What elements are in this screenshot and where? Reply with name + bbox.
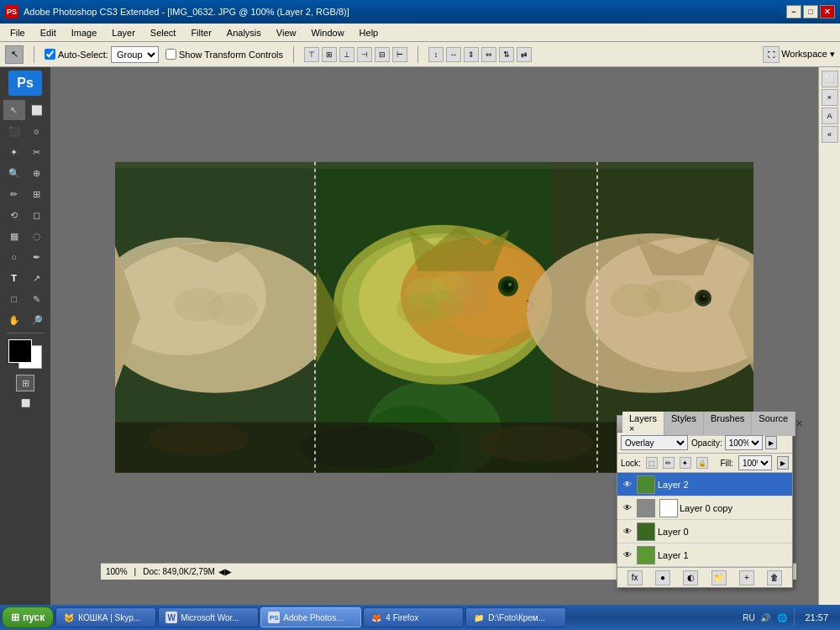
- close-button[interactable]: ✕: [820, 5, 835, 18]
- layer-new-button[interactable]: +: [739, 570, 754, 585]
- align-top-icon[interactable]: ⊤: [304, 47, 319, 62]
- minimize-button[interactable]: −: [786, 5, 801, 18]
- right-tool-1[interactable]: ⬜: [822, 71, 838, 87]
- dist-top-icon[interactable]: ↕: [428, 47, 444, 62]
- layer-0-visibility-icon[interactable]: 👁: [621, 525, 634, 538]
- brush-tool-button[interactable]: ✏: [3, 184, 25, 204]
- move-tool-button[interactable]: ↖: [3, 100, 25, 120]
- layer-row-0[interactable]: 👁 Layer 0: [617, 520, 792, 543]
- maximize-button[interactable]: □: [803, 5, 818, 18]
- blend-mode-select[interactable]: Overlay Normal Multiply Screen: [621, 435, 688, 450]
- blur-tool-button[interactable]: ◌: [26, 226, 48, 246]
- right-tool-2[interactable]: ×: [822, 89, 838, 106]
- color-swatches[interactable]: [8, 339, 42, 369]
- lasso-tool-button[interactable]: ⌾: [26, 121, 48, 141]
- quick-mask-button[interactable]: ⊞: [16, 375, 34, 391]
- screen-mode-button[interactable]: ⬜: [7, 396, 44, 411]
- shape-tool-button[interactable]: □: [3, 289, 25, 309]
- menu-item-file[interactable]: File: [3, 26, 32, 39]
- taskbar-item-word[interactable]: W Microsoft Wor...: [158, 607, 259, 627]
- dist-right-icon[interactable]: ⇄: [517, 47, 532, 62]
- layer-adjustment-button[interactable]: ◐: [683, 570, 698, 585]
- layer-row-0copy[interactable]: 👁 Layer 0 copy: [617, 496, 792, 520]
- notes-tool-button[interactable]: ✎: [26, 289, 48, 309]
- canvas-area[interactable]: 100% | Doc: 849,0K/2,79M ◀▶ Layers × Sty…: [50, 67, 818, 605]
- foreground-color-swatch[interactable]: [8, 339, 32, 363]
- layer-row-2[interactable]: 👁 Layer 2: [617, 473, 792, 496]
- dist-left-icon[interactable]: ⇔: [481, 47, 496, 62]
- layer-row-1[interactable]: 👁 Layer 1: [617, 543, 792, 567]
- layer-1-visibility-icon[interactable]: 👁: [621, 549, 634, 562]
- gradient-tool-button[interactable]: ▦: [3, 226, 25, 246]
- menu-item-help[interactable]: Help: [353, 26, 386, 39]
- styles-tab[interactable]: Styles: [664, 412, 704, 436]
- menu-item-view[interactable]: View: [270, 26, 303, 39]
- zoom-tool-button[interactable]: 🔎: [26, 310, 48, 330]
- history-tool-button[interactable]: ⟲: [3, 205, 25, 225]
- text-tool-button[interactable]: T: [3, 268, 25, 288]
- opacity-arrow[interactable]: ▶: [765, 436, 777, 449]
- heal-tool-button[interactable]: ⊕: [26, 163, 48, 183]
- lock-all-icon[interactable]: 🔒: [696, 457, 708, 469]
- menu-item-select[interactable]: Select: [144, 26, 183, 39]
- dist-vcenter-icon[interactable]: ↔: [446, 47, 461, 62]
- menu-item-analysis[interactable]: Analysis: [220, 26, 268, 39]
- layer-2-visibility-icon[interactable]: 👁: [621, 478, 634, 491]
- pen-tool-button[interactable]: ✒: [26, 247, 48, 267]
- menu-item-filter[interactable]: Filter: [184, 26, 218, 39]
- fill-select[interactable]: 100%: [738, 455, 772, 470]
- lock-transparent-icon[interactable]: ⬚: [646, 457, 658, 469]
- taskbar-item-skype[interactable]: 🐱 КОШКА | Skyp...: [55, 607, 156, 627]
- dist-hcenter-icon[interactable]: ⇅: [499, 47, 514, 62]
- align-vcenter-icon[interactable]: ⊞: [322, 47, 337, 62]
- align-left-icon[interactable]: ⊣: [357, 47, 372, 62]
- network-tray-icon[interactable]: 🌐: [775, 611, 789, 624]
- panel-close-button[interactable]: ✕: [795, 418, 803, 429]
- tool-row-6: ⟲ ◻: [3, 205, 48, 225]
- align-right-icon[interactable]: ⊢: [392, 47, 407, 62]
- lock-image-icon[interactable]: ✏: [663, 457, 675, 469]
- status-arrow[interactable]: ◀▶: [218, 567, 232, 576]
- eraser-tool-button[interactable]: ◻: [26, 205, 48, 225]
- align-bottom-icon[interactable]: ⊥: [339, 47, 354, 62]
- opacity-select[interactable]: 100%: [725, 435, 763, 450]
- volume-tray-icon[interactable]: 🔊: [759, 611, 772, 624]
- taskbar-item-photoshop[interactable]: PS Adobe Photos...: [260, 607, 361, 627]
- artboard-tool-button[interactable]: ⬜: [26, 100, 48, 120]
- menu-item-edit[interactable]: Edit: [34, 26, 63, 39]
- path-select-button[interactable]: ↗: [26, 268, 48, 288]
- fill-arrow[interactable]: ▶: [777, 456, 789, 470]
- taskbar-item-folder[interactable]: 📁 D:\Foto\Крем...: [465, 607, 566, 627]
- wand-tool-button[interactable]: ✦: [3, 142, 25, 162]
- right-tool-3[interactable]: A: [822, 108, 838, 124]
- language-tray-icon[interactable]: RU: [742, 611, 755, 624]
- menu-item-window[interactable]: Window: [304, 26, 350, 39]
- layer-group-button[interactable]: 📁: [711, 570, 727, 585]
- menu-item-image[interactable]: Image: [65, 26, 104, 39]
- start-button[interactable]: ⊞ пуск: [2, 606, 54, 628]
- marquee-tool-button[interactable]: ⬛: [3, 121, 25, 141]
- crop-tool-button[interactable]: ✂: [26, 142, 48, 162]
- auto-select-checkbox[interactable]: [45, 49, 55, 60]
- layer-mask-button[interactable]: ●: [655, 570, 670, 585]
- layer-fx-button[interactable]: fx: [627, 570, 643, 585]
- taskbar-item-firefox[interactable]: 🦊 4 Firefox: [363, 607, 464, 627]
- show-transform-checkbox[interactable]: [165, 49, 176, 60]
- eyedropper-tool-button[interactable]: 🔍: [3, 163, 25, 183]
- stamp-tool-button[interactable]: ⊞: [26, 184, 48, 204]
- layers-tab[interactable]: Layers ×: [622, 412, 664, 436]
- dodge-tool-button[interactable]: ○: [3, 247, 25, 267]
- workspace-label[interactable]: Workspace ▾: [781, 49, 835, 60]
- layer-0-thumbnail: [637, 522, 655, 541]
- brushes-tab[interactable]: Brushes: [704, 412, 752, 436]
- hand-tool-button[interactable]: ✋: [3, 310, 25, 330]
- lock-position-icon[interactable]: ✦: [680, 457, 691, 469]
- right-tool-4[interactable]: «: [822, 126, 838, 143]
- align-hcenter-icon[interactable]: ⊟: [375, 47, 390, 62]
- auto-select-dropdown[interactable]: Group Layer: [111, 46, 159, 63]
- source-tab[interactable]: Source: [752, 412, 795, 436]
- layer-delete-button[interactable]: 🗑: [767, 570, 782, 585]
- menu-item-layer[interactable]: Layer: [105, 26, 142, 39]
- dist-bottom-icon[interactable]: ⇕: [464, 47, 479, 62]
- layer-0copy-visibility-icon[interactable]: 👁: [621, 501, 634, 515]
